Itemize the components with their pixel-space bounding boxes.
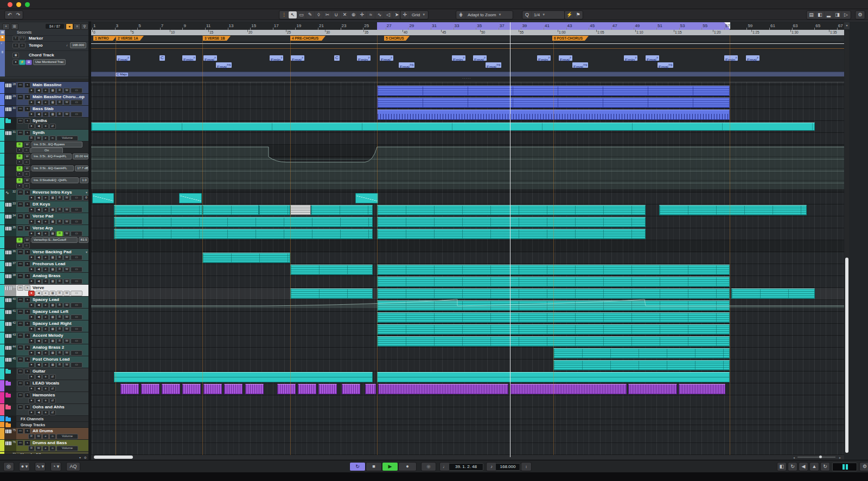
edit-channel-button[interactable]: e <box>42 219 49 225</box>
tracklist-footer-gear-icon[interactable]: ⚙ <box>84 456 87 459</box>
edit-channel-button[interactable]: e <box>42 136 49 141</box>
track-row-ins-3-st-eq-bypass[interactable]: RWIns.:3:St...EQ-Bypass▪⌂On <box>0 142 88 153</box>
instrument-button[interactable]: ▦ <box>49 267 56 272</box>
track-lane[interactable] <box>91 407 844 419</box>
record-enable-button[interactable]: ● <box>28 88 35 93</box>
solo-button[interactable]: s <box>24 118 30 124</box>
input-output-channel-button[interactable]: ▭ <box>71 279 82 284</box>
track-row-synth[interactable]: 31msSynthRWe∞Volume <box>0 130 88 142</box>
monitor-button[interactable]: ◀ <box>35 398 42 403</box>
write-button[interactable]: W <box>63 219 70 225</box>
chord-event[interactable]: Fmaj7 <box>559 55 572 61</box>
zoom-out-icon[interactable]: ◂ <box>793 456 795 459</box>
mute-button[interactable]: m <box>17 273 23 279</box>
edit-channel-button[interactable]: e <box>42 338 49 344</box>
solo-button[interactable]: s <box>24 94 30 100</box>
track-row-ins-3-5t-eq-freqhfl[interactable]: RWIns.:3:5t...EQ-FreqHFL20.00 kHz▪⌂ <box>0 153 88 165</box>
write-button[interactable]: W <box>35 446 42 451</box>
audio-event[interactable] <box>318 384 337 394</box>
bypass-inserts-button[interactable]: ∞ <box>49 136 56 141</box>
marker-flag[interactable]: 4 PRE-CHORUS <box>290 36 326 41</box>
chord-event[interactable]: Fmaj7/9 <box>572 62 588 68</box>
automation-write-button[interactable]: W <box>24 178 30 183</box>
solo-button[interactable]: s <box>24 321 30 326</box>
track-row-guitar[interactable]: msGuitar●◀≡⇄ <box>0 368 88 380</box>
monitor-button[interactable]: ◀ <box>35 124 42 129</box>
midi-part[interactable] <box>377 205 646 215</box>
mute-button[interactable]: m <box>17 369 23 374</box>
edit-channel-button[interactable]: e <box>42 350 49 356</box>
automation-value-field[interactable]: 1.0 <box>80 177 88 183</box>
write-button[interactable]: W <box>63 350 70 356</box>
track-row-harmonies[interactable]: msHarmonies●◀≡⇄ <box>0 392 88 404</box>
chord-event[interactable]: C <box>159 55 165 61</box>
mute-button[interactable]: m <box>17 333 23 338</box>
monitor-button[interactable]: ◀ <box>35 219 42 225</box>
snap-indicator-icon[interactable]: ⋮ <box>280 11 288 18</box>
audio-event[interactable] <box>628 384 677 394</box>
solo-button[interactable]: s <box>24 190 30 195</box>
write-button[interactable]: W <box>63 207 70 213</box>
mute-button[interactable]: m <box>17 321 23 326</box>
midi-part[interactable] <box>290 205 311 215</box>
edit-channel-button[interactable]: e <box>42 100 49 105</box>
track-lane[interactable] <box>91 360 844 371</box>
automation-lock-icon[interactable]: ⌂ <box>23 171 30 177</box>
automation-lock-icon[interactable]: ⌂ <box>23 243 30 248</box>
minimize-window-button[interactable] <box>16 2 21 7</box>
left-zone-button[interactable]: ◧ <box>816 11 824 18</box>
automation-parameter-selector[interactable]: Volume <box>56 446 78 451</box>
audio-event[interactable] <box>141 384 159 394</box>
solo-button[interactable]: s <box>24 285 30 291</box>
record-enable-button[interactable]: ● <box>28 219 35 225</box>
folder-toggle-button[interactable]: ⇄ <box>49 374 56 380</box>
solo-button[interactable]: s <box>24 381 30 386</box>
automation-write-button[interactable]: W <box>24 166 30 171</box>
record-enable-button[interactable]: ● <box>28 386 35 392</box>
mute-button[interactable]: m <box>17 249 23 255</box>
track-row-all-drums[interactable]: 75msAll DrumsRWe∞Volume <box>0 428 88 440</box>
midi-part[interactable] <box>114 217 373 227</box>
read-button[interactable]: R <box>28 446 35 451</box>
track-lane[interactable] <box>91 431 844 443</box>
zoom-slider-track[interactable] <box>797 457 835 458</box>
record-enable-button[interactable]: ● <box>28 374 35 380</box>
automation-parameter-button[interactable]: Ins.:3:St...EQ-GainHFL <box>31 165 74 171</box>
automation-value-field[interactable]: 83.5 <box>79 237 88 243</box>
mute-button[interactable]: m <box>17 130 23 136</box>
instrument-button[interactable]: ▦ <box>49 195 56 201</box>
instrument-button[interactable]: ▦ <box>49 326 56 332</box>
scale-event[interactable]: C Majo <box>116 73 128 76</box>
input-output-channel-button[interactable]: ▭ <box>71 112 82 117</box>
record-enable-button[interactable]: ● <box>28 195 35 201</box>
audio-event[interactable] <box>378 384 508 394</box>
chord-lane[interactable]: Fmaj7CEmin7Fmaj7Fmaj7/9Emin7Fmaj7CEmin7F… <box>91 50 844 72</box>
automation-parameter-button[interactable]: Ins.:3:StudioEQ -QHFL <box>31 177 79 183</box>
midi-record-mode-button[interactable]: ◔ ▾ <box>50 462 61 471</box>
folder-toggle-button[interactable]: ⇄ <box>49 398 56 403</box>
monitor-button[interactable]: ◀ <box>35 88 42 93</box>
automation-mute-button[interactable]: ▪ <box>16 159 23 165</box>
instrument-button[interactable]: ▦ <box>49 112 56 117</box>
track-row-analog-brass[interactable]: 38msAnalog Brass●◀e▦RW▭ <box>0 273 88 285</box>
solo-button[interactable]: s <box>24 202 30 207</box>
mute-button[interactable]: m <box>17 405 23 410</box>
marker-flag[interactable]: 3 VERSE 1B <box>203 36 231 41</box>
split-tool-icon[interactable]: ✂ <box>323 11 331 18</box>
folder-part[interactable] <box>91 123 815 131</box>
quantize-preset-dropdown[interactable]: 1/4 ▼ <box>532 11 564 18</box>
track-row-lead-vocals[interactable]: msLEAD Vocals●◀≡⇄ <box>0 380 88 392</box>
input-output-channel-button[interactable]: ▭ <box>71 195 82 201</box>
edit-channel-button[interactable]: e <box>42 291 49 296</box>
automation-mute-button[interactable]: ▪ <box>16 147 23 153</box>
track-lane[interactable] <box>91 193 844 204</box>
chord-event[interactable]: Fmaj7 <box>746 55 760 61</box>
automation-read-button[interactable]: R <box>16 154 23 159</box>
automation-parameter-button[interactable]: Ins.:3:5t...EQ-FreqHFL <box>31 153 72 159</box>
automation-value-field[interactable]: 20.00 kHz <box>73 153 88 159</box>
audio-record-mode-button[interactable]: ∿ ▾ <box>35 462 46 471</box>
record-enable-button[interactable]: ● <box>28 279 35 284</box>
monitor-button[interactable]: ◀ <box>35 267 42 272</box>
marker-flag[interactable]: 1 INTRO <box>93 36 117 41</box>
record-enable-button[interactable]: ● <box>28 255 35 260</box>
